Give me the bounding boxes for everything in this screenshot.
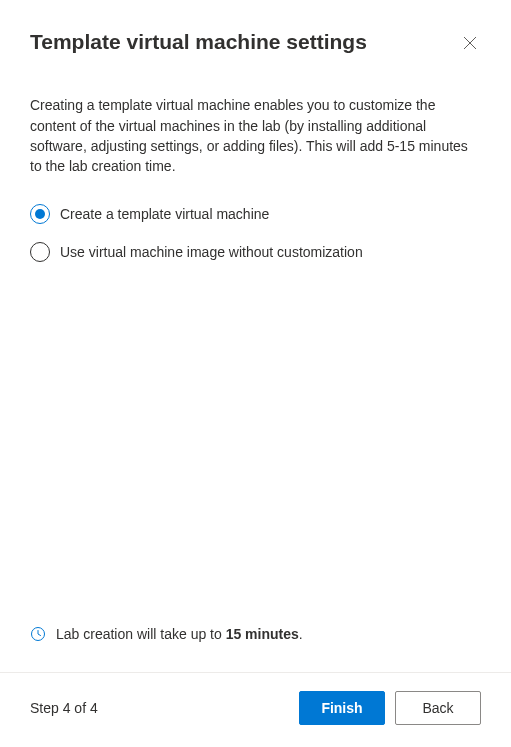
template-option-group: Create a template virtual machine Use vi… [30, 204, 481, 262]
footer-buttons: Finish Back [299, 691, 481, 725]
info-row: Lab creation will take up to 15 minutes. [30, 626, 481, 652]
close-button[interactable] [459, 32, 481, 54]
info-suffix: . [299, 626, 303, 642]
dialog-footer: Step 4 of 4 Finish Back [0, 672, 511, 747]
dialog-main: Template virtual machine settings Creati… [0, 0, 511, 672]
description-text: Creating a template virtual machine enab… [30, 95, 481, 176]
info-bold: 15 minutes [226, 626, 299, 642]
radio-create-template[interactable]: Create a template virtual machine [30, 204, 481, 224]
radio-label-use-image: Use virtual machine image without custom… [60, 244, 363, 260]
step-indicator: Step 4 of 4 [30, 700, 98, 716]
radio-use-image[interactable]: Use virtual machine image without custom… [30, 242, 481, 262]
radio-indicator-selected [30, 204, 50, 224]
header-row: Template virtual machine settings [30, 28, 481, 55]
finish-button[interactable]: Finish [299, 691, 385, 725]
radio-indicator-unselected [30, 242, 50, 262]
info-prefix: Lab creation will take up to [56, 626, 226, 642]
radio-dot [35, 209, 45, 219]
dialog-title: Template virtual machine settings [30, 28, 367, 55]
clock-icon [30, 626, 46, 642]
radio-label-create: Create a template virtual machine [60, 206, 269, 222]
back-button[interactable]: Back [395, 691, 481, 725]
info-text: Lab creation will take up to 15 minutes. [56, 626, 303, 642]
close-icon [463, 36, 477, 50]
spacer [30, 262, 481, 626]
